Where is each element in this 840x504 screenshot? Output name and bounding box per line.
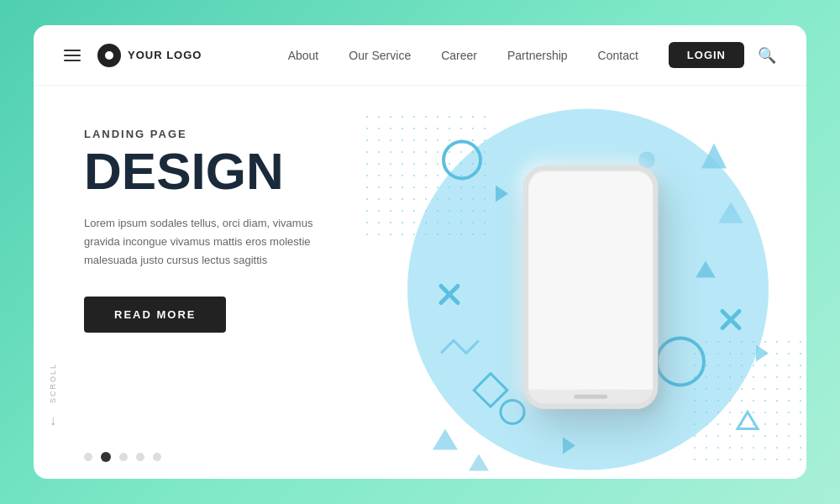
dot-2[interactable]	[101, 452, 111, 462]
login-button[interactable]: LOGIN	[669, 42, 744, 68]
nav-item-about[interactable]: About	[288, 48, 319, 63]
nav-links: About Our Service Career Partnership Con…	[288, 48, 638, 63]
svg-point-1	[657, 338, 704, 385]
svg-marker-6	[469, 454, 489, 470]
nav-item-contact[interactable]: Contact	[598, 48, 638, 63]
svg-marker-7	[738, 412, 758, 428]
scroll-indicator: SCROLL ↓	[49, 363, 57, 428]
landing-card: YOUR LOGO About Our Service Career Partn…	[34, 25, 806, 479]
dot-4[interactable]	[136, 453, 144, 461]
main-content: SCROLL ↓ LANDING PAGE DESIGN Lorem ipsum…	[34, 86, 806, 479]
dot-1[interactable]	[84, 453, 92, 461]
nav-item-career[interactable]: Career	[441, 48, 477, 63]
search-icon[interactable]: 🔍	[758, 46, 776, 65]
hero-subtitle: LANDING PAGE	[84, 128, 339, 140]
svg-point-16	[501, 400, 524, 423]
read-more-button[interactable]: READ MORE	[84, 297, 226, 333]
svg-marker-5	[433, 428, 458, 449]
hero-description: Lorem ipsum sodales tellus, orci diam, v…	[84, 214, 339, 270]
hero-left: SCROLL ↓ LANDING PAGE DESIGN Lorem ipsum…	[34, 86, 370, 479]
phone-home-indicator	[574, 395, 607, 399]
svg-marker-2	[701, 143, 727, 168]
hamburger-button[interactable]	[64, 50, 81, 61]
phone-screen	[528, 172, 653, 390]
svg-marker-3	[718, 202, 743, 223]
dot-5[interactable]	[153, 453, 161, 461]
hero-title: DESIGN	[84, 145, 339, 197]
pagination-dots	[84, 452, 161, 462]
hero-right	[370, 86, 806, 479]
logo-icon	[97, 44, 121, 67]
svg-marker-13	[496, 185, 508, 202]
svg-marker-14	[563, 437, 575, 454]
phone-mockup	[523, 165, 658, 409]
svg-marker-15	[756, 344, 769, 361]
svg-rect-12	[474, 374, 507, 407]
svg-marker-4	[696, 260, 716, 277]
svg-point-0	[444, 141, 480, 178]
navbar: YOUR LOGO About Our Service Career Partn…	[34, 25, 806, 86]
scroll-label: SCROLL	[49, 363, 57, 403]
dot-3[interactable]	[119, 453, 128, 461]
nav-item-partnership[interactable]: Partnership	[507, 48, 568, 63]
logo-area: YOUR LOGO	[97, 44, 202, 67]
logo-text: YOUR LOGO	[128, 49, 202, 61]
nav-item-our-service[interactable]: Our Service	[349, 48, 411, 63]
scroll-arrow-icon: ↓	[50, 413, 56, 428]
